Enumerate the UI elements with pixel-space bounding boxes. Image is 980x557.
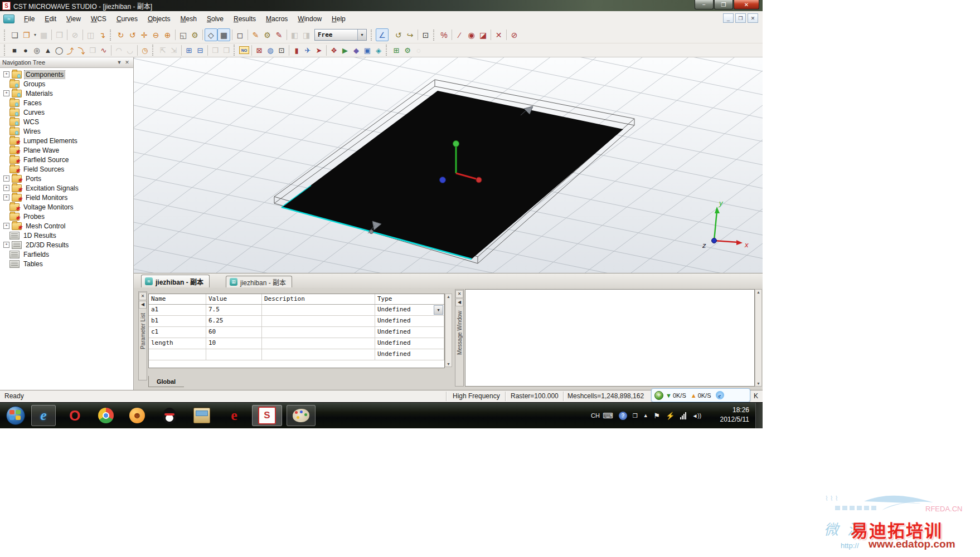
watermark-url[interactable]: www.edatop.com — [869, 538, 955, 550]
parameter-table-scrollbar[interactable]: ▲ ▼ — [445, 294, 452, 367]
wireframe-cube-icon[interactable]: ◻ — [234, 29, 246, 41]
tree-item-field-monitors[interactable]: +✱Field Monitors — [0, 193, 133, 202]
document-tab-inactive[interactable]: ⊞ jiezhiban - 副本 — [226, 276, 292, 287]
history-back-icon[interactable]: ↺ — [392, 29, 404, 41]
create-cylinder-icon[interactable]: ◎ — [31, 45, 42, 56]
help-tray-icon[interactable]: ? — [619, 412, 627, 420]
show-desktop-button[interactable] — [755, 403, 763, 428]
optimizer-icon[interactable]: ⚙ — [402, 45, 413, 56]
blend-edge-icon[interactable]: ◠ — [113, 45, 124, 56]
toolbar-grip[interactable] — [371, 30, 374, 41]
solver-settings-icon[interactable]: ◈ — [373, 45, 384, 56]
zoom-out-icon[interactable]: ⊖ — [150, 29, 162, 41]
parameter-row[interactable]: c1 60 Undefined — [149, 327, 444, 338]
menu-mesh[interactable]: Mesh — [176, 13, 202, 25]
taskbar-item-chrome[interactable] — [94, 405, 118, 426]
mdi-close-button[interactable]: ✕ — [748, 13, 758, 23]
taskbar-item-opera[interactable]: O — [62, 405, 87, 426]
taskbar-item-file-manager[interactable] — [190, 405, 214, 426]
mdi-restore-button[interactable]: ❐ — [735, 13, 746, 23]
menu-macros[interactable]: Macros — [261, 13, 293, 25]
frequency-solver-icon[interactable]: ▣ — [362, 45, 373, 56]
clear-picks-icon[interactable]: ✕ — [493, 29, 504, 41]
cutting-plane-icon[interactable]: % — [438, 29, 450, 41]
working-plane-grid-icon[interactable]: ▦ — [217, 28, 230, 41]
boolean-subtract-icon[interactable]: ◨ — [300, 29, 312, 41]
toolbar-grip[interactable] — [152, 45, 156, 56]
menu-file[interactable]: File — [19, 13, 40, 25]
message-window-scrollbar[interactable]: ▲ ▼ — [755, 289, 762, 387]
parameter-row-empty[interactable]: Undefined — [149, 349, 444, 360]
tree-item-faces[interactable]: Faces — [0, 98, 133, 108]
abort-icon[interactable]: ⊘ — [508, 29, 520, 41]
expander-icon[interactable]: + — [3, 242, 9, 248]
network-signal-icon[interactable] — [680, 412, 686, 419]
maximize-button[interactable]: ❐ — [714, 0, 733, 9]
3d-viewport[interactable]: y x z — [134, 57, 763, 273]
wcs-axes-icon[interactable]: ∠ — [376, 28, 389, 41]
plane-wave-icon[interactable]: ✈ — [302, 45, 313, 56]
tray-language[interactable]: CH — [591, 412, 600, 419]
no-mesh-icon[interactable]: NO — [239, 45, 250, 56]
save-icon[interactable]: ▦ — [38, 29, 50, 41]
chamfer-edge-icon[interactable]: ◡ — [124, 45, 135, 56]
transform-icon[interactable]: ⊡ — [420, 29, 431, 41]
eigenmode-solver-icon[interactable]: ▶ — [339, 45, 351, 56]
tree-item-components[interactable]: +Components — [0, 70, 133, 79]
boolean-add-icon[interactable]: ◧ — [289, 29, 300, 41]
expander-icon[interactable]: + — [3, 90, 9, 96]
scroll-down-icon[interactable]: ▼ — [756, 382, 761, 385]
create-sphere-icon[interactable]: ● — [20, 45, 31, 56]
mesh-properties-icon[interactable]: ⊞ — [183, 45, 195, 56]
tree-item-excitation-signals[interactable]: +✱Excitation Signals — [0, 183, 133, 193]
globe-icon[interactable]: ◍ — [265, 45, 276, 56]
taskbar-item-messenger[interactable]: ☻ — [125, 405, 149, 426]
create-curve-icon[interactable]: ∿ — [98, 45, 109, 56]
pick-tool-a-icon[interactable]: ⇱ — [157, 45, 168, 56]
type-dropdown-icon[interactable]: ▼ — [434, 305, 443, 315]
create-torus-icon[interactable]: ◯ — [54, 45, 65, 56]
expander-icon[interactable]: + — [3, 185, 9, 191]
minimize-button[interactable]: − — [695, 0, 714, 9]
pick-circle-center-icon[interactable]: ◉ — [465, 29, 477, 41]
spin-view-icon[interactable]: ↺ — [127, 29, 138, 41]
combo-dropdown-icon[interactable]: ▼ — [357, 30, 366, 40]
taskbar-clock[interactable]: 18:26 2012/5/11 — [720, 405, 750, 424]
expander-icon[interactable]: + — [3, 223, 9, 229]
menu-wcs[interactable]: WCS — [86, 13, 111, 25]
toolbar-grip[interactable] — [110, 30, 113, 41]
mdi-minimize-button[interactable]: _ — [723, 13, 734, 23]
frame-tool-a-icon[interactable]: ❒ — [210, 45, 221, 56]
zoom-in-icon[interactable]: ⊕ — [162, 29, 173, 41]
menu-objects[interactable]: Objects — [143, 13, 176, 25]
toolbar-grip[interactable] — [4, 45, 7, 56]
taskbar-item-qq[interactable] — [157, 405, 182, 426]
toolbar-grip[interactable] — [234, 45, 237, 56]
new-file-icon[interactable]: ❏ — [9, 29, 21, 41]
scroll-down-icon[interactable]: ▼ — [446, 362, 451, 366]
tree-item-plane-wave[interactable]: ✱Plane Wave — [0, 145, 133, 155]
delete-icon[interactable]: ⊘ — [69, 29, 81, 41]
tree-item-ports[interactable]: +✱Ports — [0, 174, 133, 183]
action-center-flag-icon[interactable]: ⚑ — [654, 412, 661, 420]
menu-curves[interactable]: Curves — [111, 13, 143, 25]
parameter-list-close-icon[interactable]: ✕ — [139, 292, 147, 300]
menu-results[interactable]: Results — [229, 13, 261, 25]
edit-pencil-icon[interactable]: ✎ — [273, 29, 285, 41]
select-frame-icon[interactable]: ◫ — [85, 29, 96, 41]
scroll-up-icon[interactable]: ▲ — [446, 295, 451, 299]
keyboard-icon[interactable]: ⌨ — [603, 412, 613, 420]
restore-windows-icon[interactable]: ❐ — [633, 413, 638, 419]
parameter-list-collapse-icon[interactable]: ◀ — [139, 301, 147, 309]
open-dropdown-icon[interactable]: ▼ — [32, 29, 38, 41]
volume-icon[interactable]: ◄)) — [692, 413, 701, 419]
menu-edit[interactable]: Edit — [40, 13, 61, 25]
frame-tool-b-icon[interactable]: ❒ — [221, 45, 232, 56]
create-cone-icon[interactable]: ▲ — [42, 45, 54, 56]
tree-item-curves[interactable]: Curves — [0, 108, 133, 117]
start-button[interactable] — [3, 405, 28, 426]
taskbar-item-red-e-app[interactable]: e — [222, 405, 246, 426]
menu-help[interactable]: Help — [327, 13, 351, 25]
import-icon[interactable]: ↴ — [96, 29, 108, 41]
tree-item-farfields[interactable]: Farfields — [0, 250, 133, 259]
